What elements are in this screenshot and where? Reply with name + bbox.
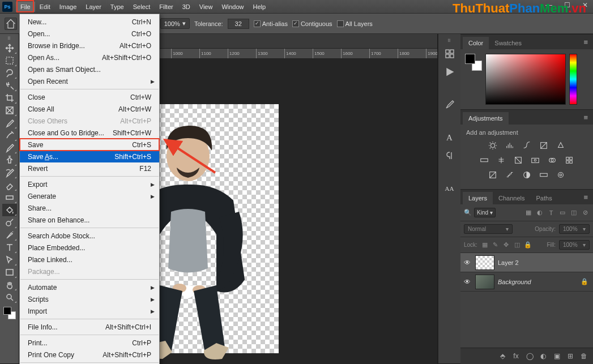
filter-shape-icon[interactable]: ▭ <box>558 208 567 217</box>
menu-item-print-one-copy[interactable]: Print One CopyAlt+Shift+Ctrl+P <box>20 349 159 361</box>
menu-item-save-as[interactable]: Save As...Shift+Ctrl+S <box>20 151 159 162</box>
tolerance-input[interactable] <box>228 19 249 29</box>
menu-item-close-all[interactable]: Close AllAlt+Ctrl+W <box>20 103 159 115</box>
all-layers-checkbox[interactable]: All Layers <box>337 20 373 27</box>
brightness-icon[interactable] <box>487 140 498 151</box>
blend-mode-select[interactable]: Normal▾ <box>464 224 513 234</box>
paragraph-panel-icon[interactable] <box>441 148 458 163</box>
threshold-icon[interactable] <box>521 170 532 180</box>
panel-menu-icon[interactable]: ≡ <box>581 110 591 125</box>
menu-item-new[interactable]: New...Ctrl+N <box>20 16 159 28</box>
menu-view[interactable]: View <box>195 2 217 12</box>
tab-layers[interactable]: Layers <box>463 192 493 204</box>
dodge-tool[interactable] <box>2 216 17 229</box>
lock-all-icon[interactable]: 🔒 <box>524 241 532 249</box>
fgbg-swatch[interactable] <box>2 306 17 320</box>
gradient-map-icon[interactable] <box>538 170 549 180</box>
layer-name[interactable]: Layer 2 <box>498 259 591 266</box>
visibility-toggle[interactable]: 👁 <box>463 278 472 286</box>
color-lookup-icon[interactable] <box>564 155 575 165</box>
paint-bucket-tool[interactable] <box>2 204 17 216</box>
levels-icon[interactable] <box>504 140 515 151</box>
tab-color[interactable]: Color <box>463 37 489 49</box>
tab-channels[interactable]: Channels <box>493 192 530 204</box>
filter-adjust-icon[interactable]: ◐ <box>535 208 544 217</box>
menu-item-search-adobe-stock[interactable]: Search Adobe Stock... <box>20 230 159 242</box>
pen-tool[interactable] <box>2 229 17 241</box>
menu-file[interactable]: File <box>16 2 35 12</box>
filter-smart-icon[interactable]: ◫ <box>569 208 578 217</box>
menu-item-open-recent[interactable]: Open Recent▶ <box>20 75 159 87</box>
menu-item-browse-in-bridge[interactable]: Browse in Bridge...Alt+Ctrl+O <box>20 40 159 52</box>
menu-select[interactable]: Select <box>129 2 155 12</box>
layer-fx-icon[interactable]: fx <box>511 352 521 361</box>
menu-filter[interactable]: Filter <box>155 2 177 12</box>
tab-paths[interactable]: Paths <box>531 192 558 204</box>
visibility-toggle[interactable]: 👁 <box>463 259 472 267</box>
tab-swatches[interactable]: Swatches <box>489 37 527 49</box>
delete-layer-icon[interactable]: 🗑 <box>579 352 588 361</box>
filter-type-icon[interactable]: T <box>547 208 556 217</box>
tab-adjustments[interactable]: Adjustments <box>463 112 509 125</box>
frame-tool[interactable] <box>2 104 17 117</box>
curves-icon[interactable] <box>521 140 532 151</box>
lock-position-icon[interactable]: ✥ <box>502 241 510 249</box>
menu-item-open[interactable]: Open...Ctrl+O <box>20 28 159 40</box>
menu-window[interactable]: Window <box>217 2 248 12</box>
menu-item-file-info[interactable]: File Info...Alt+Shift+Ctrl+I <box>20 321 159 333</box>
character-panel-icon[interactable]: A <box>441 130 458 145</box>
layer-mask-icon[interactable]: ◯ <box>525 352 534 361</box>
path-select-tool[interactable] <box>2 254 17 266</box>
lasso-tool[interactable] <box>2 67 17 79</box>
actions-panel-icon[interactable] <box>441 65 458 79</box>
exposure-icon[interactable] <box>538 140 549 151</box>
gradient-tool[interactable] <box>2 191 17 204</box>
rectangle-tool[interactable] <box>2 266 17 279</box>
brush-panel-icon[interactable] <box>441 97 458 112</box>
menu-item-import[interactable]: Import▶ <box>20 305 159 317</box>
new-fill-layer-icon[interactable]: ◐ <box>539 352 548 361</box>
layer-opacity-input[interactable]: 100%▾ <box>559 224 590 234</box>
fill-input[interactable]: 100%▾ <box>559 240 590 250</box>
layer-thumbnail[interactable] <box>475 255 494 270</box>
menu-item-open-as[interactable]: Open As...Alt+Shift+Ctrl+O <box>20 52 159 63</box>
anti-alias-checkbox[interactable]: Anti-alias <box>254 20 288 27</box>
eyedropper-tool[interactable] <box>2 117 17 129</box>
crop-tool[interactable] <box>2 92 17 104</box>
bw-icon[interactable] <box>513 155 524 165</box>
lock-brush-icon[interactable]: ✎ <box>492 241 500 249</box>
panel-menu-icon[interactable]: ≡ <box>581 190 591 204</box>
home-button[interactable] <box>5 18 17 30</box>
color-fgbg-swatch[interactable] <box>465 54 482 71</box>
panel-menu-icon[interactable]: ≡ <box>581 35 591 49</box>
menu-item-revert[interactable]: RevertF12 <box>20 162 159 174</box>
opacity-select[interactable]: 100% ▾ <box>160 18 190 29</box>
menu-type[interactable]: Type <box>106 2 129 12</box>
photo-filter-icon[interactable] <box>530 155 541 165</box>
lock-artboard-icon[interactable]: ◫ <box>513 241 521 249</box>
toolbar-handle[interactable]: ⠿ <box>2 36 18 41</box>
eraser-tool[interactable] <box>2 179 17 191</box>
hue-icon[interactable] <box>479 155 490 165</box>
layer-name[interactable]: Background <box>498 279 577 285</box>
menu-item-scripts[interactable]: Scripts▶ <box>20 293 159 305</box>
menu-item-place-embedded[interactable]: Place Embedded... <box>20 242 159 254</box>
filter-toggle-icon[interactable]: ⊘ <box>581 208 590 217</box>
vibrance-icon[interactable] <box>555 140 566 151</box>
move-tool[interactable] <box>2 42 17 54</box>
hue-slider[interactable] <box>569 54 577 105</box>
hand-tool[interactable] <box>2 279 17 291</box>
quick-select-tool[interactable] <box>2 79 17 92</box>
menu-item-save[interactable]: SaveCtrl+S <box>20 139 159 151</box>
menu-item-export[interactable]: Export▶ <box>20 178 159 190</box>
filter-pixel-icon[interactable]: ▦ <box>524 208 533 217</box>
history-brush-tool[interactable] <box>2 166 17 179</box>
rect-marquee-tool[interactable] <box>2 54 17 67</box>
type-tool[interactable] <box>2 241 17 254</box>
layer-filter-select[interactable]: Kind ▾ <box>474 208 496 217</box>
menu-item-print[interactable]: Print...Ctrl+P <box>20 337 159 349</box>
menu-image[interactable]: Image <box>55 2 82 12</box>
selective-color-icon[interactable] <box>555 170 566 180</box>
glyphs-panel-icon[interactable]: AA <box>441 181 458 196</box>
color-balance-icon[interactable] <box>496 155 507 165</box>
